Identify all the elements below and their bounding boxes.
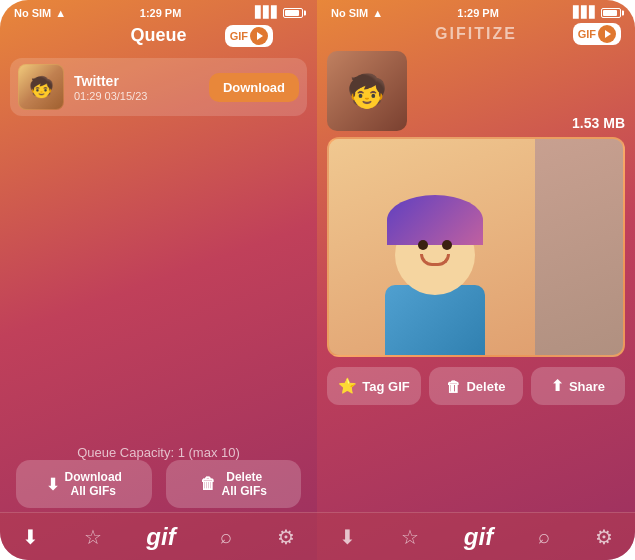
right-panel: No SIM ▲ 1:29 PM ▋▋▋ GIFITIZE GIF 🧒 1.53…	[317, 0, 635, 560]
capacity-text: Queue Capacity: 1 (max 10)	[0, 445, 317, 460]
girl-head	[395, 215, 475, 295]
tag-gif-label: Tag GIF	[362, 379, 409, 394]
queue-thumbnail: 🧒	[18, 64, 64, 110]
action-buttons: ⭐ Tag GIF 🗑 Delete ⬆ Share	[327, 367, 625, 405]
status-left-right: No SIM ▲	[331, 7, 383, 19]
tab-bar-left: ⬇ ☆ gif ⌕ ⚙	[0, 512, 317, 560]
queue-info: Twitter 01:29 03/15/23	[74, 73, 199, 102]
page-title-left: Queue	[130, 25, 186, 46]
status-bar-left: No SIM ▲ 1:29 PM ▋▋▋	[0, 0, 317, 21]
delete-label: Delete	[466, 379, 505, 394]
title-bar-right: GIFITIZE GIF	[317, 21, 635, 51]
tab-settings-right[interactable]: ⚙	[595, 525, 613, 549]
signal-icon-right: ▋▋▋	[573, 6, 597, 19]
share-button[interactable]: ⬆ Share	[531, 367, 625, 405]
file-size: 1.53 MB	[572, 115, 625, 131]
title-bar-left: Queue GIF	[0, 21, 317, 54]
play-icon-right	[605, 30, 611, 38]
download-all-icon: ⬇	[46, 475, 59, 494]
preview-area: 🧒 1.53 MB	[317, 51, 635, 512]
tab-gif-left[interactable]: gif	[146, 523, 175, 551]
tab-search-left[interactable]: ⌕	[220, 525, 232, 548]
download-button[interactable]: Download	[209, 73, 299, 102]
play-button-left[interactable]	[250, 27, 268, 45]
tab-search-right[interactable]: ⌕	[538, 525, 550, 548]
small-thumbnail: 🧒	[327, 51, 407, 131]
gif-badge-left[interactable]: GIF	[225, 25, 273, 47]
queue-item-meta: 01:29 03/15/23	[74, 90, 199, 102]
queue-thumb-image: 🧒	[19, 65, 63, 109]
play-icon-left	[257, 32, 263, 40]
play-button-right[interactable]	[598, 25, 616, 43]
girl-smile	[420, 254, 450, 266]
bottom-buttons: ⬇ DownloadAll GIFs 🗑 DeleteAll GIFs	[0, 460, 317, 508]
delete-all-icon: 🗑	[200, 475, 216, 493]
girl-eyes	[418, 240, 452, 250]
tab-bar-right: ⬇ ☆ gif ⌕ ⚙	[317, 512, 635, 560]
delete-all-button[interactable]: 🗑 DeleteAll GIFs	[166, 460, 302, 508]
carrier-text: No SIM	[14, 7, 51, 19]
wifi-icon: ▲	[55, 7, 66, 19]
page-title-right: GIFITIZE	[435, 25, 517, 43]
tab-settings-left[interactable]: ⚙	[277, 525, 295, 549]
time-left: 1:29 PM	[140, 7, 182, 19]
left-panel: No SIM ▲ 1:29 PM ▋▋▋ Queue GIF 🧒 Twitter…	[0, 0, 317, 560]
status-right: ▋▋▋	[255, 6, 303, 19]
delete-icon: 🗑	[446, 378, 461, 395]
tab-gif-right[interactable]: gif	[464, 523, 493, 551]
carrier-text-right: No SIM	[331, 7, 368, 19]
download-all-button[interactable]: ⬇ DownloadAll GIFs	[16, 460, 152, 508]
girl-body	[385, 285, 485, 355]
tag-gif-button[interactable]: ⭐ Tag GIF	[327, 367, 421, 405]
girl-right-eye	[442, 240, 452, 250]
bg-right	[535, 139, 623, 355]
girl-left-eye	[418, 240, 428, 250]
delete-button[interactable]: 🗑 Delete	[429, 367, 523, 405]
signal-icon: ▋▋▋	[255, 6, 279, 19]
queue-item: 🧒 Twitter 01:29 03/15/23 Download	[10, 58, 307, 116]
tag-gif-icon: ⭐	[338, 377, 357, 395]
girl-hair	[387, 195, 483, 245]
gif-badge-text-left: GIF	[230, 30, 248, 42]
tab-download-left[interactable]: ⬇	[22, 525, 39, 549]
delete-all-label: DeleteAll GIFs	[222, 470, 267, 498]
battery-icon-right	[601, 8, 621, 18]
share-icon: ⬆	[551, 377, 564, 395]
tab-download-right[interactable]: ⬇	[339, 525, 356, 549]
gif-badge-text-right: GIF	[578, 28, 596, 40]
status-bar-right: No SIM ▲ 1:29 PM ▋▋▋	[317, 0, 635, 21]
girl-figure	[339, 150, 530, 355]
download-all-label: DownloadAll GIFs	[65, 470, 122, 498]
tab-star-right[interactable]: ☆	[401, 525, 419, 549]
gif-badge-right[interactable]: GIF	[573, 23, 621, 45]
battery-icon-left	[283, 8, 303, 18]
preview-top: 🧒 1.53 MB	[327, 51, 625, 131]
main-preview	[327, 137, 625, 357]
status-right-right: ▋▋▋	[573, 6, 621, 19]
queue-item-name: Twitter	[74, 73, 199, 89]
status-left: No SIM ▲	[14, 7, 66, 19]
tab-star-left[interactable]: ☆	[84, 525, 102, 549]
time-right: 1:29 PM	[457, 7, 499, 19]
wifi-icon-right: ▲	[372, 7, 383, 19]
share-label: Share	[569, 379, 605, 394]
